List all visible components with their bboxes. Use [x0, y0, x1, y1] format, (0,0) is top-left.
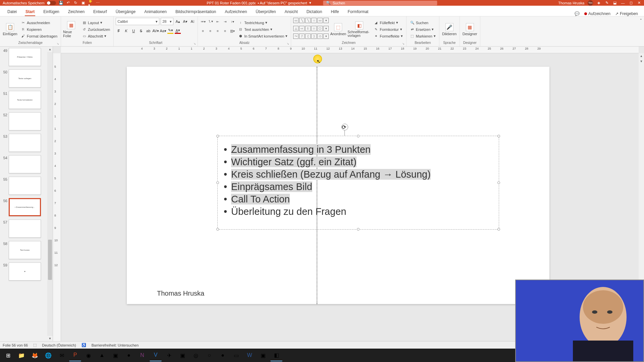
indent-decrease-button[interactable]: ⇤	[215, 18, 221, 24]
layout-button[interactable]: ▤Layout ▾	[80, 20, 111, 26]
qat-more-icon[interactable]: ⋯	[96, 1, 100, 5]
italic-button[interactable]: K	[123, 28, 129, 34]
tab-formformat[interactable]: Formformat	[343, 7, 372, 16]
case-button[interactable]: Aa▾	[160, 28, 166, 34]
thumbnail-54[interactable]: 54	[1, 155, 53, 173]
dictate-button[interactable]: 🎤 Diktieren	[441, 18, 458, 41]
tab-hilfe[interactable]: Hilfe	[327, 7, 343, 16]
share-button[interactable]: ↗Freigeben	[615, 11, 638, 16]
touch-icon[interactable]: ✋▾	[88, 1, 93, 5]
resize-handle-tm[interactable]	[357, 135, 360, 137]
paragraph-launcher[interactable]: ↘	[287, 42, 290, 46]
record-button[interactable]: Aufzeichnen	[584, 11, 610, 16]
horizontal-ruler[interactable]: 4321123456789101112131415161718192021222…	[61, 47, 639, 53]
tab-einfuegen[interactable]: Einfügen	[39, 7, 63, 16]
language-status[interactable]: Deutsch (Österreich)	[42, 343, 76, 347]
thumbnail-53[interactable]: 53	[1, 134, 53, 152]
shape-arrow2-icon[interactable]: ⇩	[305, 26, 311, 31]
thumbnail-49[interactable]: 49Präsenter / Klicks	[1, 48, 53, 66]
app5-icon[interactable]: ◎	[190, 349, 202, 361]
effects-button[interactable]: ✦Formeffekte ▾	[372, 33, 404, 39]
spellcheck-icon[interactable]: ⬚	[33, 343, 37, 347]
shape-star-icon[interactable]: ☆	[311, 26, 317, 31]
start-button[interactable]: ⊞	[2, 349, 14, 361]
shape-expand-icon[interactable]: ▾	[323, 34, 329, 39]
thumbnail-56[interactable]: 56• Zusammenfassung...	[1, 198, 53, 216]
text-align-button[interactable]: ⊟Text ausrichten ▾	[237, 26, 289, 33]
undo-icon[interactable]: ↶	[66, 1, 71, 5]
content-placeholder[interactable]: Zusammenfassung in 3 Punkten Wichtiger S…	[217, 136, 499, 230]
autosave-toggle[interactable]: Automatisches Speichern	[3, 1, 56, 5]
shape-rect-icon[interactable]: ▭	[293, 18, 299, 23]
justify-button[interactable]: ≡	[222, 28, 228, 34]
tab-uebergaenge[interactable]: Übergänge	[112, 7, 140, 16]
onenote-icon[interactable]: N	[136, 349, 148, 361]
maximize-icon[interactable]: ◻	[629, 1, 633, 5]
bullet-3[interactable]: Kreis schließen (Bezug auf Anfang → Lösu…	[231, 169, 431, 180]
canvas-scroll-up-icon[interactable]: ▲	[639, 53, 644, 59]
resize-handle-tl[interactable]	[216, 135, 219, 137]
comments-icon[interactable]: 💬	[575, 11, 580, 16]
font-family-select[interactable]: Calibri▾	[116, 18, 159, 25]
scroll-up-icon[interactable]: ▲	[47, 47, 53, 52]
shape-arrow-icon[interactable]: ⇨	[299, 26, 305, 31]
shape-brace2-icon[interactable]: }	[311, 34, 317, 39]
shape-curve-icon[interactable]: 〜	[293, 34, 299, 39]
highlight-button[interactable]: ✎▾	[167, 28, 173, 34]
bullet-1[interactable]: Zusammenfassung in 3 Punkten	[231, 144, 371, 155]
visio-icon[interactable]: V	[150, 349, 162, 361]
bullet-2[interactable]: Wichtiger Satz (ggf. ein Zitat)	[231, 157, 357, 167]
ribbon-options-icon[interactable]: ⬓	[612, 1, 617, 5]
clear-formatting-button[interactable]: A⃠	[190, 18, 196, 24]
shape-brace-icon[interactable]: {	[305, 34, 311, 39]
app6-icon[interactable]: ○	[203, 349, 215, 361]
resize-handle-br[interactable]	[497, 228, 500, 231]
tab-dictation[interactable]: Dictation	[303, 7, 326, 16]
decrease-size-button[interactable]: A▾	[182, 18, 188, 24]
copy-button[interactable]: ⎘Kopieren	[19, 26, 59, 33]
select-button[interactable]: ⬚Markieren ▾	[409, 33, 437, 39]
app3-icon[interactable]: ●	[123, 349, 135, 361]
firefox-icon[interactable]: 🦊	[29, 349, 41, 361]
resize-handle-mr[interactable]	[497, 181, 500, 184]
vlc-icon[interactable]: ▲	[96, 349, 108, 361]
font-color-button[interactable]: A▾	[175, 28, 181, 34]
thumbnail-58[interactable]: 58Text boxes	[1, 241, 53, 259]
tab-entwurf[interactable]: Entwurf	[89, 7, 111, 16]
resize-handle-ml[interactable]	[216, 181, 219, 184]
strike-button[interactable]: S̶	[138, 28, 144, 34]
app7-icon[interactable]: ●	[217, 349, 229, 361]
align-right-button[interactable]: ≡	[215, 28, 221, 34]
collapse-ribbon-icon[interactable]: ˄	[640, 18, 642, 22]
font-launcher[interactable]: ↘	[194, 42, 197, 46]
tab-zeichnen[interactable]: Zeichnen	[64, 7, 89, 16]
bullet-6[interactable]: Überleitung zu den Fragen	[231, 206, 346, 217]
shape-line-icon[interactable]: ╲	[299, 18, 305, 23]
outline-button[interactable]: ✎Formkontur ▾	[372, 26, 404, 33]
shapes-gallery[interactable]: ▭ ╲ ╲ ○ ▭ ▾ △ ⇨ ⇩ ☆ ⬡ ▾ 〜 ⤴ { } ◇ ▾	[293, 18, 329, 41]
tab-bildschirm[interactable]: Bildschirmpräsentation	[171, 7, 220, 16]
tab-animationen[interactable]: Animationen	[140, 7, 171, 16]
shape-hex-icon[interactable]: ⬡	[317, 26, 323, 31]
slide-canvas[interactable]: ↖ ⟳ Zusammenfassung in 3 Punkten Wichtig…	[127, 67, 549, 304]
increase-size-button[interactable]: A▴	[175, 18, 181, 24]
bullet-4[interactable]: Einprägsames Bild	[231, 181, 312, 192]
chrome-icon[interactable]: 🌐	[42, 349, 54, 361]
format-painter-button[interactable]: 🖌Format übertragen	[19, 33, 59, 39]
thumbnail-51[interactable]: 51Texte formatieren	[1, 91, 53, 109]
section-button[interactable]: ▭Abschnitt ▾	[80, 33, 111, 39]
outlook-icon[interactable]: ✉	[56, 349, 68, 361]
thumbnail-50[interactable]: 50Texte vorlegen	[1, 69, 53, 87]
minimize-icon[interactable]: —	[621, 1, 625, 5]
shape-oval-icon[interactable]: ○	[311, 18, 317, 23]
user-name[interactable]: Thomas Hruska	[558, 1, 584, 5]
font-size-select[interactable]: 28▾	[161, 18, 173, 25]
tab-ansicht[interactable]: Ansicht	[280, 7, 302, 16]
shape-callout-icon[interactable]: ◇	[317, 34, 323, 39]
bullet-5[interactable]: Call To Action	[231, 194, 290, 204]
pen-icon[interactable]: ✎	[604, 1, 609, 5]
fill-button[interactable]: ◢Fülleffekt ▾	[372, 20, 404, 26]
thumbnail-59[interactable]: 59♥	[1, 262, 53, 281]
quickstyles-button[interactable]: ◧ Schnellformat-vorlagen	[347, 18, 371, 41]
shape-more-icon[interactable]: ▾	[323, 18, 329, 23]
